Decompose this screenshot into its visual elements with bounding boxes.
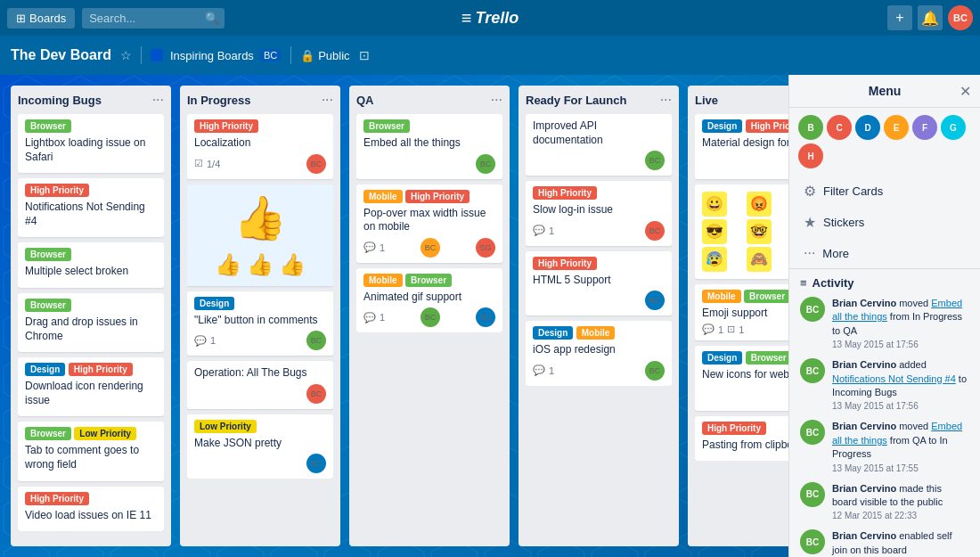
tag-mobile: Mobile bbox=[576, 326, 616, 340]
column-menu-icon[interactable]: ··· bbox=[491, 93, 502, 107]
tag-high-priority: High Priority bbox=[69, 363, 133, 376]
column-menu-icon[interactable]: ··· bbox=[660, 93, 672, 107]
activity-text: Brian Cervino moved Embed all the things… bbox=[832, 420, 969, 461]
card[interactable]: Browser Drag and drop issues in Chrome bbox=[18, 293, 164, 352]
card[interactable]: Low Priority Make JSON pretty BC bbox=[187, 414, 333, 479]
activity-item: BC Brian Cervino enabled self join on th… bbox=[800, 529, 969, 557]
card[interactable]: Design "Like" button in comments 💬 1 BC bbox=[187, 291, 333, 356]
star-icon[interactable]: ☆ bbox=[120, 48, 132, 62]
stickers-item[interactable]: ★ Stickers bbox=[793, 207, 976, 238]
member-avatar[interactable]: G bbox=[941, 115, 966, 140]
member-avatar[interactable]: B bbox=[798, 115, 823, 140]
card-title: Video load issues on IE 11 bbox=[25, 509, 157, 523]
member-avatar[interactable]: E bbox=[884, 115, 909, 140]
card[interactable]: High Priority Notifications Not Sending … bbox=[18, 178, 164, 237]
card-thumbs[interactable]: 👍 👍 👍 👍 bbox=[187, 184, 333, 286]
thumbs-up-image: 👍 bbox=[233, 194, 287, 242]
search-input[interactable] bbox=[82, 8, 225, 29]
member-avatar[interactable]: C bbox=[827, 115, 852, 140]
card[interactable]: Browser Multiple select broken bbox=[18, 242, 164, 288]
card[interactable]: High Priority Pasting from clipboard bbox=[695, 416, 793, 462]
card-title: Localization bbox=[194, 136, 326, 151]
board-nav-label[interactable]: Inspiring Boards bbox=[170, 49, 254, 62]
board-title: The Dev Board bbox=[11, 47, 111, 63]
menu-panel: Menu ✕ B C D E F G H ⚙ Filter Cards ★ St… bbox=[788, 75, 980, 557]
card-icons: BC bbox=[533, 291, 665, 310]
card[interactable]: Design Browser New icons for web BC bbox=[695, 346, 793, 411]
add-button[interactable]: + bbox=[887, 5, 912, 30]
card-title: Material design for Android bbox=[702, 136, 793, 151]
card-emoji[interactable]: 😀 😡 😲 😎 🤓 😝 😰 🙈 😏 bbox=[695, 184, 793, 279]
board-area: Incoming Bugs ··· Browser Lightbox loadi… bbox=[0, 75, 980, 557]
more-item[interactable]: ··· More bbox=[793, 238, 976, 268]
card[interactable]: Operation: All The Bugs BC bbox=[187, 361, 333, 409]
tag-design: Design bbox=[194, 297, 234, 310]
comment-icon: 💬 bbox=[533, 225, 545, 236]
column-header: Ready For Launch ··· bbox=[526, 93, 672, 107]
lock-icon: 🔒 bbox=[300, 49, 314, 62]
thumbs-blue-icon: 👍 bbox=[215, 252, 241, 277]
card[interactable]: Design Mobile iOS app redesign 💬 1 BC bbox=[526, 321, 672, 386]
card[interactable]: Mobile Browser Emoji support 💬 1 ⊡ 1 bbox=[695, 284, 793, 341]
card[interactable]: High Priority Localization ☑ 1/4 BC bbox=[187, 114, 333, 179]
card-icons: 💬 1 BC SG bbox=[363, 307, 495, 327]
column-menu-icon[interactable]: ··· bbox=[322, 93, 333, 107]
column-menu-icon[interactable]: ··· bbox=[152, 93, 164, 107]
card-avatar: BC bbox=[645, 291, 665, 310]
activity-item: BC Brian Cervino added Notifications Not… bbox=[800, 358, 969, 411]
tag-high-priority: High Priority bbox=[194, 119, 258, 133]
filter-icon[interactable]: ⊡ bbox=[359, 48, 370, 62]
separator bbox=[141, 46, 142, 64]
card-avatar: BC bbox=[306, 454, 326, 473]
activity-link[interactable]: Notifications Not Sending #4 bbox=[832, 373, 956, 384]
cards-list: High Priority Localization ☑ 1/4 BC 👍 bbox=[187, 114, 333, 479]
comment-count: 1 bbox=[380, 312, 385, 323]
activity-text: Brian Cervino enabled self join on this … bbox=[832, 529, 969, 557]
card[interactable]: Mobile High Priority Pop-over max width … bbox=[356, 184, 502, 263]
card[interactable]: Browser Lightbox loading issue on Safari bbox=[18, 114, 164, 173]
app-header: ⊞ Boards 🔍 ≡ Trello + 🔔 BC bbox=[0, 0, 980, 36]
card[interactable]: High Priority Video load issues on IE 11 bbox=[18, 487, 164, 532]
bc-badge: BC bbox=[259, 49, 282, 61]
activity-title: ≡ Activity bbox=[800, 276, 969, 290]
checklist-icon: ☑ bbox=[194, 158, 203, 169]
card[interactable]: High Priority Slow log-in issue 💬 1 BC bbox=[526, 181, 672, 246]
card-avatar: BC bbox=[306, 384, 326, 404]
card-title: Emoji support bbox=[702, 307, 793, 321]
activity-time: 13 May 2015 at 17:56 bbox=[832, 401, 969, 411]
activity-text: Brian Cervino added Notifications Not Se… bbox=[832, 358, 969, 399]
member-avatar[interactable]: D bbox=[855, 115, 880, 140]
tag-design: Design bbox=[533, 326, 573, 340]
close-menu-button[interactable]: ✕ bbox=[960, 83, 971, 100]
user-avatar[interactable]: BC bbox=[948, 5, 973, 30]
app-logo: ≡ Trello bbox=[461, 8, 519, 29]
card[interactable]: Improved API documentation BC bbox=[526, 114, 672, 176]
comment-count: 1 bbox=[549, 365, 554, 376]
tag-design: Design bbox=[25, 363, 65, 376]
card[interactable]: Browser Embed all the things BC bbox=[356, 114, 502, 179]
tag-high-priority: High Priority bbox=[533, 186, 597, 200]
column-title: Ready For Launch bbox=[526, 94, 626, 107]
tag-low-priority: Low Priority bbox=[194, 420, 257, 433]
activity-avatar: BC bbox=[800, 482, 825, 507]
filter-cards-item[interactable]: ⚙ Filter Cards bbox=[793, 176, 976, 207]
activity-item: BC Brian Cervino moved Embed all the thi… bbox=[800, 297, 969, 349]
card[interactable]: High Priority HTML 5 Support BC bbox=[526, 251, 672, 316]
activity-time: 13 May 2015 at 17:56 bbox=[832, 340, 969, 349]
filter-cards-label: Filter Cards bbox=[823, 184, 883, 198]
comment-count: 1 bbox=[549, 225, 554, 236]
activity-item: BC Brian Cervino made this board visible… bbox=[800, 482, 969, 521]
visibility-control[interactable]: 🔒 Public bbox=[300, 49, 349, 62]
card[interactable]: Mobile Browser Animated gif support 💬 1 … bbox=[356, 268, 502, 333]
notification-button[interactable]: 🔔 bbox=[918, 5, 943, 30]
boards-button[interactable]: ⊞ Boards bbox=[7, 8, 75, 29]
tag-high-priority: High Priority bbox=[746, 119, 793, 133]
card[interactable]: Design High Priority Download icon rende… bbox=[18, 357, 164, 416]
member-avatar[interactable]: H bbox=[798, 143, 823, 168]
card[interactable]: Design High Priority Material design for… bbox=[695, 114, 793, 179]
comment-count: 1 bbox=[380, 242, 385, 253]
member-avatar[interactable]: F bbox=[912, 115, 937, 140]
card[interactable]: Browser Low Priority Tab to comment goes… bbox=[18, 422, 164, 480]
board-nav: Inspiring Boards BC bbox=[151, 49, 282, 62]
card-icons: 💬 1 BC bbox=[533, 361, 665, 381]
